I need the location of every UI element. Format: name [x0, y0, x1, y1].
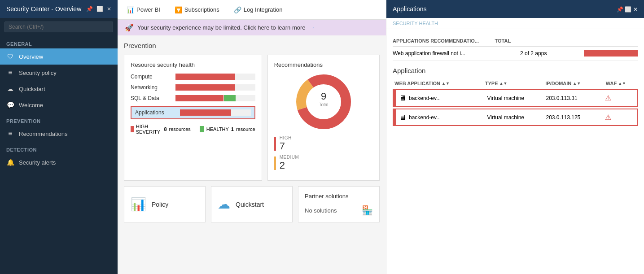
app-row-2[interactable]: 🖥 backend-ev... Virtual machine 203.0.11…	[393, 109, 638, 126]
policy-card[interactable]: 📊 Policy	[124, 186, 206, 222]
section-label-prevention: PREVENTION	[0, 113, 118, 126]
rp-summary-header: APPLICATIONS RECOMMENDATIO... TOTAL	[393, 35, 638, 47]
sidebar-item-label-overview: Overview	[19, 53, 43, 60]
welcome-icon: 💬	[6, 101, 14, 109]
app-row-1[interactable]: 🖥 backend-ev... Virtual machine 203.0.11…	[393, 89, 638, 107]
right-panel-window-controls: 📌 ⬜ ✕	[617, 6, 638, 13]
app-row-2-type: Virtual machine	[487, 114, 546, 121]
pin-icon[interactable]: 📌	[86, 6, 93, 12]
donut-chart: 9 Total	[294, 73, 353, 131]
sidebar-item-security-policy[interactable]: ≡ Security policy	[0, 65, 118, 81]
medium-severity-bar	[274, 157, 276, 170]
section-label-general: GENERAL	[0, 36, 118, 48]
sidebar-item-label-security-alerts: Security alerts	[19, 159, 56, 166]
subscriptions-button[interactable]: 🔽 Subscriptions	[172, 4, 222, 15]
sidebar-item-recommendations[interactable]: ≡ Recommendations	[0, 126, 118, 142]
sidebar-item-quickstart[interactable]: ☁ Quickstart	[0, 81, 118, 97]
bottom-cards: 📊 Policy ☁ Quickstart Partner solutions …	[124, 186, 380, 222]
high-severity-bar	[274, 137, 276, 151]
maximize-icon[interactable]: ⬜	[96, 6, 103, 12]
close-icon[interactable]: ✕	[107, 6, 111, 12]
power-bi-button[interactable]: 📊 Power BI	[124, 4, 163, 15]
sidebar-title: Security Center - Overview	[6, 5, 81, 13]
networking-bar-red	[175, 84, 235, 91]
sidebar-item-welcome[interactable]: 💬 Welcome	[0, 97, 118, 113]
resource-health-card: Resource security health Compute Network…	[124, 55, 262, 181]
rp-close-icon[interactable]: ✕	[633, 6, 638, 13]
app-row-1-waf-alert: ⚠	[605, 94, 635, 102]
quickstart-card-icon: ☁	[218, 197, 230, 212]
app-row-1-type: Virtual machine	[487, 95, 546, 101]
no-solutions-row: No solutions 🏪	[305, 205, 373, 216]
alert-banner-text: Your security experience may be limited.…	[137, 24, 306, 31]
medium-severity-row: MEDIUM 2	[274, 155, 373, 171]
quickstart-card[interactable]: ☁ Quickstart	[211, 186, 293, 222]
app-table-header: WEB APPLICATION ▲▼ TYPE ▲▼ IP/DOMAIN ▲▼ …	[393, 78, 638, 89]
sql-data-bar	[175, 95, 255, 101]
alert-banner-arrow: →	[309, 24, 315, 31]
donut-container: 9 Total	[274, 73, 373, 131]
main-toolbar: 📊 Power BI 🔽 Subscriptions 🔗 Log Integra…	[118, 0, 386, 20]
donut-total: 9	[321, 91, 326, 102]
right-panel-title-bar: Applications 📌 ⬜ ✕	[386, 0, 644, 18]
compute-bar	[175, 74, 255, 80]
high-severity-color	[131, 126, 134, 132]
prevention-title: Prevention	[124, 42, 380, 49]
high-severity-row: HIGH 7	[274, 135, 373, 152]
healthy-label: HEALTHY	[206, 126, 229, 132]
applications-row[interactable]: Applications	[131, 106, 255, 119]
log-integration-label: Log Integration	[244, 6, 283, 13]
main-area: 📊 Power BI 🔽 Subscriptions 🔗 Log Integra…	[118, 0, 386, 274]
recommendations-title: Recommendations	[274, 61, 373, 68]
main-scroll-area: Prevention Resource security health Comp…	[118, 35, 386, 274]
sidebar-item-security-alerts[interactable]: 🔔 Security alerts	[0, 154, 118, 170]
healthy-legend: HEALTHY 1 resource	[200, 124, 255, 135]
rocket-icon: 🚀	[125, 23, 134, 32]
donut-label: Total	[319, 102, 328, 107]
quickstart-icon: ☁	[6, 85, 14, 93]
app-header-web-app: WEB APPLICATION ▲▼	[394, 81, 485, 86]
alert-banner[interactable]: 🚀 Your security experience may be limite…	[118, 20, 386, 35]
compute-row[interactable]: Compute	[131, 74, 255, 80]
rp-summary-text: Web application firewall not i...	[393, 50, 520, 57]
app-header-ip: IP/DOMAIN ▲▼	[545, 81, 606, 86]
medium-level-label: MEDIUM	[280, 155, 299, 160]
sql-data-row[interactable]: SQL & Data	[131, 95, 255, 101]
log-integration-button[interactable]: 🔗 Log Integration	[231, 4, 285, 15]
sidebar: Security Center - Overview 📌 ⬜ ✕ GENERAL…	[0, 0, 118, 274]
app-row-1-vm-icon: 🖥	[399, 94, 406, 102]
app-row-2-vm-icon: 🖥	[399, 113, 406, 122]
networking-row[interactable]: Networking	[131, 84, 255, 91]
healthy-suffix: resource	[236, 126, 255, 132]
healthy-color	[200, 126, 204, 132]
rp-pin-icon[interactable]: 📌	[617, 6, 623, 13]
no-solutions-text: No solutions	[305, 207, 337, 214]
subscriptions-label: Subscriptions	[184, 6, 219, 13]
applications-bar	[180, 109, 251, 116]
app-row-2-waf-alert: ⚠	[605, 113, 635, 122]
sql-data-bar-red	[175, 95, 223, 101]
high-level-label: HIGH	[280, 135, 292, 140]
rp-summary-row[interactable]: Web application firewall not i... 2 of 2…	[393, 47, 638, 61]
sidebar-title-bar: Security Center - Overview 📌 ⬜ ✕	[0, 0, 118, 18]
high-severity-suffix: resources	[169, 126, 191, 132]
policy-label: Policy	[152, 201, 168, 208]
high-count: 7	[280, 140, 292, 152]
networking-bar	[175, 84, 255, 91]
search-input[interactable]	[4, 22, 113, 32]
app-row-2-name-text: backend-ev...	[409, 114, 441, 121]
partner-solutions-card: Partner solutions No solutions 🏪	[298, 186, 380, 222]
high-severity-count: 8	[164, 126, 166, 132]
prevention-grid: Resource security health Compute Network…	[124, 55, 380, 181]
store-icon[interactable]: 🏪	[362, 205, 373, 216]
rp-maximize-icon[interactable]: ⬜	[625, 6, 631, 13]
power-bi-icon: 📊	[127, 6, 134, 13]
medium-count: 2	[280, 160, 299, 171]
rp-summary-bar	[584, 50, 638, 57]
rp-summary-count: 2 of 2 apps	[520, 50, 584, 57]
security-alerts-icon: 🔔	[6, 158, 14, 166]
right-panel-subtitle: SECURITY HEALTH	[386, 18, 644, 29]
sidebar-item-label-quickstart: Quickstart	[19, 86, 45, 92]
sidebar-search-container	[0, 18, 118, 36]
sidebar-item-overview[interactable]: 🛡 Overview	[0, 48, 118, 65]
